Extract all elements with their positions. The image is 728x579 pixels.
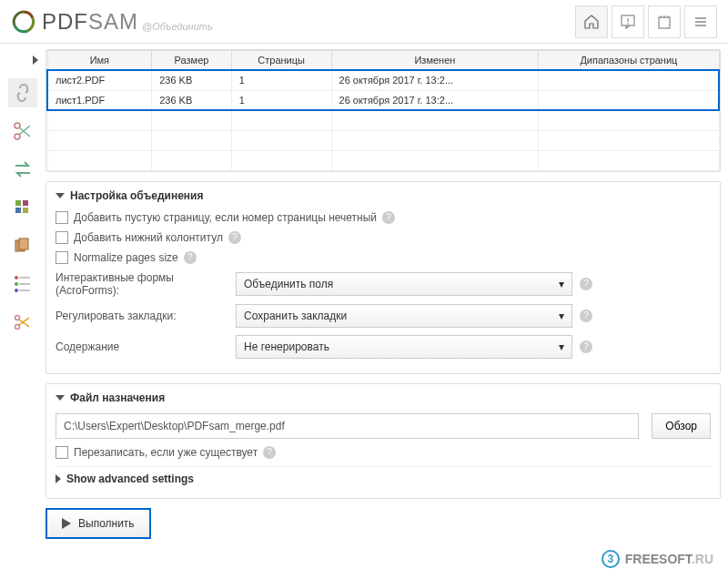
help-icon[interactable]: ? xyxy=(382,211,395,224)
sidebar-item-size-split[interactable] xyxy=(8,308,37,337)
col-modified[interactable]: Изменен xyxy=(331,51,539,71)
advanced-settings-toggle[interactable]: Show advanced settings xyxy=(56,466,711,491)
app-logo: PDFSAM xyxy=(11,9,138,35)
toc-label: Содержание xyxy=(56,340,228,353)
chevron-right-icon xyxy=(33,56,38,65)
hamburger-icon xyxy=(693,14,709,30)
speech-icon xyxy=(620,14,636,30)
col-name[interactable]: Имя xyxy=(47,51,152,71)
sidebar xyxy=(0,44,46,579)
label-add-footer: Добавить нижний колонтитул xyxy=(74,231,223,244)
toc-dropdown[interactable]: Не генерировать ▾ xyxy=(236,335,572,359)
scissors-icon xyxy=(12,120,34,142)
help-icon[interactable]: ? xyxy=(580,278,592,290)
home-icon xyxy=(583,14,600,30)
notifications-button[interactable] xyxy=(612,5,644,38)
bookmarks-label: Регулировать закладки: xyxy=(56,310,228,322)
play-icon xyxy=(62,518,71,529)
table-row[interactable]: лист2.PDF 236 KB 1 26 октября 2017 г. 13… xyxy=(47,70,719,90)
svg-line-12 xyxy=(19,127,30,137)
svg-point-21 xyxy=(15,282,18,286)
page-subtitle: @Объединить xyxy=(142,21,213,32)
forms-dropdown[interactable]: Объединить поля ▾ xyxy=(236,272,572,296)
table-row[interactable]: лист1.PDF 236 KB 1 26 октября 2017 г. 13… xyxy=(47,90,719,110)
table-row-empty xyxy=(47,150,719,170)
scissors2-icon xyxy=(12,311,34,333)
chevron-down-icon: ▾ xyxy=(559,340,564,353)
help-icon[interactable]: ? xyxy=(228,231,241,244)
sidebar-item-bookmarks[interactable] xyxy=(8,269,37,299)
browse-button[interactable]: Обзор xyxy=(652,413,711,439)
watermark: 3 FREESOFT.RU xyxy=(602,550,713,568)
svg-rect-14 xyxy=(15,200,21,206)
col-size[interactable]: Размер xyxy=(152,51,232,71)
menu-button[interactable] xyxy=(684,5,717,38)
label-add-blank-page: Добавить пустую страницу, если номер стр… xyxy=(74,211,377,224)
chevron-right-icon xyxy=(56,474,61,483)
pages-icon xyxy=(12,235,34,257)
chain-icon xyxy=(12,82,34,104)
home-button[interactable] xyxy=(575,5,608,38)
forms-label: Интерактивные формы (AcroForms): xyxy=(56,271,228,297)
svg-point-27 xyxy=(15,325,20,330)
run-button[interactable]: Выполнить xyxy=(46,508,151,539)
help-icon[interactable]: ? xyxy=(580,340,592,353)
sidebar-item-rotate[interactable] xyxy=(8,231,37,260)
destination-header[interactable]: Файл назначения xyxy=(56,391,711,404)
merge-settings-header[interactable]: Настройка объединения xyxy=(56,189,711,202)
svg-rect-15 xyxy=(23,200,28,206)
svg-point-26 xyxy=(15,316,20,320)
table-row-empty xyxy=(47,110,719,130)
checkbox-add-blank-page[interactable] xyxy=(56,211,68,224)
checkbox-normalize[interactable] xyxy=(56,251,68,264)
sidebar-item-merge[interactable] xyxy=(8,78,37,107)
svg-point-20 xyxy=(15,276,18,279)
svg-point-2 xyxy=(627,23,629,25)
svg-rect-17 xyxy=(23,208,28,213)
table-row-empty xyxy=(47,130,719,150)
svg-rect-16 xyxy=(15,208,21,213)
chevron-down-icon xyxy=(56,193,65,198)
checkbox-add-footer[interactable] xyxy=(56,231,68,244)
watermark-icon: 3 xyxy=(602,550,620,568)
tree-icon xyxy=(12,273,34,295)
chevron-down-icon xyxy=(56,395,65,401)
svg-rect-19 xyxy=(19,239,28,249)
bookmarks-dropdown[interactable]: Сохранить закладки ▾ xyxy=(236,304,572,328)
destination-path-input[interactable] xyxy=(56,413,639,439)
col-ranges[interactable]: Дипапазоны страниц xyxy=(539,51,719,71)
checkbox-overwrite[interactable] xyxy=(56,446,68,459)
mosaic-icon xyxy=(12,197,34,218)
merge-settings-section: Настройка объединения Добавить пустую ст… xyxy=(46,181,721,374)
svg-rect-3 xyxy=(659,17,670,28)
swap-icon xyxy=(12,158,34,180)
svg-line-13 xyxy=(19,126,30,135)
help-icon[interactable]: ? xyxy=(184,251,197,264)
col-pages[interactable]: Страницы xyxy=(231,51,331,71)
label-normalize: Normalize pages size xyxy=(74,251,178,264)
sidebar-item-split[interactable] xyxy=(8,117,37,146)
chevron-down-icon: ▾ xyxy=(559,278,564,290)
sidebar-expand[interactable] xyxy=(0,51,46,69)
sidebar-item-alternate[interactable] xyxy=(8,155,37,184)
notepad-icon xyxy=(656,14,672,30)
help-icon[interactable]: ? xyxy=(263,446,276,459)
file-table: Имя Размер Страницы Изменен Дипапазоны с… xyxy=(46,49,721,172)
label-overwrite: Перезаписать, если уже существует xyxy=(74,446,258,459)
svg-point-22 xyxy=(15,289,18,292)
chevron-down-icon: ▾ xyxy=(559,310,564,322)
help-icon[interactable]: ? xyxy=(580,310,592,322)
logo-icon xyxy=(11,9,36,35)
notes-button[interactable] xyxy=(648,5,681,38)
destination-section: Файл назначения Обзор Перезаписать, если… xyxy=(46,383,721,499)
sidebar-item-extract[interactable] xyxy=(8,193,37,222)
logo-text: PDFSAM xyxy=(42,9,138,35)
